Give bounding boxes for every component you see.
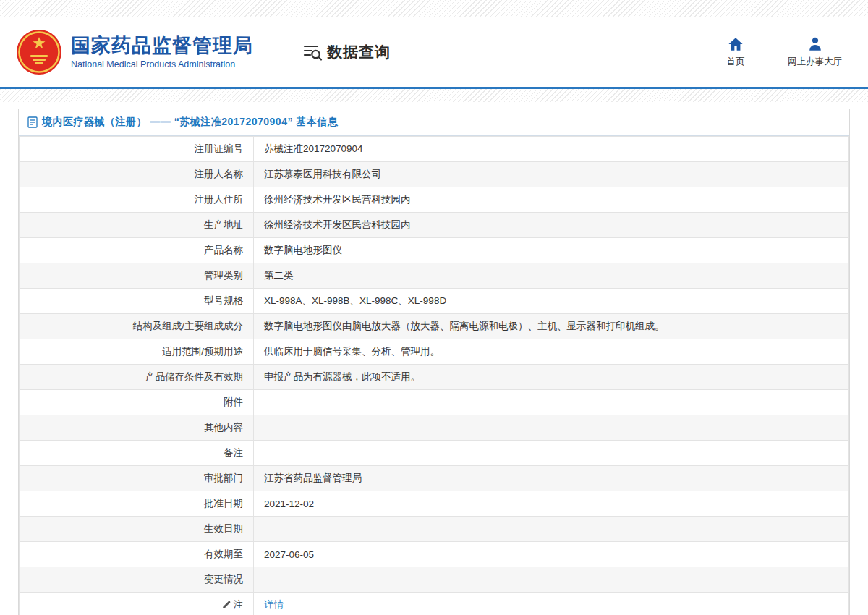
nav-item-service-hall[interactable]: 网上办事大厅 [788,36,842,68]
table-row: 型号规格XL-998A、XL-998B、XL-998C、XL-998D [20,289,849,314]
row-value: 数字脑电地形图仪由脑电放大器（放大器、隔离电源和电极）、主机、显示器和打印机组成… [254,314,849,339]
row-value: 第二类 [254,263,849,289]
table-row: 生产地址徐州经济技术开发区民营科技园内 [20,213,849,238]
home-icon [728,36,744,52]
row-label: 其他内容 [20,415,254,441]
table-row: 注册证编号苏械注准20172070904 [20,137,849,162]
site-header: 国家药品监督管理局 National Medical Products Admi… [0,17,868,87]
info-table-body: 注册证编号苏械注准20172070904注册人名称江苏慕泰医用科技有限公司注册人… [20,137,849,615]
header-nav: 首页 网上办事大厅 [718,36,842,68]
detail-panel: 境内医疗器械（注册） —— “苏械注准20172070904” 基本信息 注册证… [18,109,850,615]
row-value: XL-998A、XL-998B、XL-998C、XL-998D [254,289,849,314]
document-icon [27,116,38,128]
table-row: 注册人名称江苏慕泰医用科技有限公司 [20,162,849,187]
row-label: 注册人住所 [20,187,254,213]
row-label: 注册证编号 [20,137,254,162]
table-row: 注详情 [20,593,849,615]
table-row: 适用范围/预期用途供临床用于脑信号采集、分析、管理用。 [20,339,849,365]
row-label: 产品名称 [20,238,254,263]
table-row: 管理类别第二类 [20,263,849,289]
nav-item-service-hall-label: 网上办事大厅 [788,56,842,68]
table-row: 备注 [20,441,849,466]
data-query-icon [301,41,323,63]
detail-link[interactable]: 详情 [264,599,284,610]
table-row: 有效期至2027-06-05 [20,542,849,567]
row-value [254,517,849,542]
row-label: 结构及组成/主要组成成分 [20,314,254,339]
table-row: 变更情况 [20,567,849,593]
table-row: 审批部门江苏省药品监督管理局 [20,466,849,491]
row-value: 江苏省药品监督管理局 [254,466,849,491]
row-value: 2021-12-02 [254,491,849,517]
table-row: 注册人住所徐州经济技术开发区民营科技园内 [20,187,849,213]
row-value: 2027-06-05 [254,542,849,567]
row-value [254,441,849,466]
breadcrumb: 境内医疗器械（注册） —— “苏械注准20172070904” 基本信息 [19,109,849,136]
row-value [254,390,849,415]
data-query-label: 数据查询 [327,42,391,62]
row-label: 生产地址 [20,213,254,238]
row-label: 审批部门 [20,466,254,491]
row-value: 徐州经济技术开发区民营科技园内 [254,213,849,238]
nav-item-home[interactable]: 首页 [718,36,753,68]
row-label: 产品储存条件及有效期 [20,365,254,390]
row-value [254,415,849,441]
row-label: 备注 [20,441,254,466]
row-value: 徐州经济技术开发区民营科技园内 [254,187,849,213]
row-value: 申报产品为有源器械，此项不适用。 [254,365,849,390]
row-label: 变更情况 [20,567,254,593]
row-value: 苏械注准20172070904 [254,137,849,162]
row-label: 管理类别 [20,263,254,289]
user-icon [807,36,823,52]
divider-decor-band [0,89,868,102]
national-emblem-logo [16,29,62,75]
row-label: 生效日期 [20,517,254,542]
table-row: 其他内容 [20,415,849,441]
nav-item-home-label: 首页 [727,56,745,68]
row-value: 供临床用于脑信号采集、分析、管理用。 [254,339,849,365]
table-row: 产品储存条件及有效期申报产品为有源器械，此项不适用。 [20,365,849,390]
row-value: 详情 [254,593,849,615]
registration-info-table: 注册证编号苏械注准20172070904注册人名称江苏慕泰医用科技有限公司注册人… [19,136,849,615]
note-icon [222,600,231,609]
org-name-en: National Medical Products Administration [71,59,253,69]
data-query-heading: 数据查询 [301,41,391,63]
table-row: 生效日期 [20,517,849,542]
row-label: 适用范围/预期用途 [20,339,254,365]
row-label: 附件 [20,390,254,415]
org-name-block: 国家药品监督管理局 National Medical Products Admi… [71,35,253,69]
row-label: 有效期至 [20,542,254,567]
org-name-cn: 国家药品监督管理局 [71,35,253,57]
table-row: 结构及组成/主要组成成分数字脑电地形图仪由脑电放大器（放大器、隔离电源和电极）、… [20,314,849,339]
top-decor-band [0,0,868,17]
row-label: 注册人名称 [20,162,254,187]
row-label: 型号规格 [20,289,254,314]
row-value: 江苏慕泰医用科技有限公司 [254,162,849,187]
table-row: 批准日期2021-12-02 [20,491,849,517]
row-value: 数字脑电地形图仪 [254,238,849,263]
row-value [254,567,849,593]
row-label: 注 [20,593,254,615]
table-row: 附件 [20,390,849,415]
table-row: 产品名称数字脑电地形图仪 [20,238,849,263]
page-title: 境内医疗器械（注册） —— “苏械注准20172070904” 基本信息 [42,116,338,129]
row-label: 批准日期 [20,491,254,517]
